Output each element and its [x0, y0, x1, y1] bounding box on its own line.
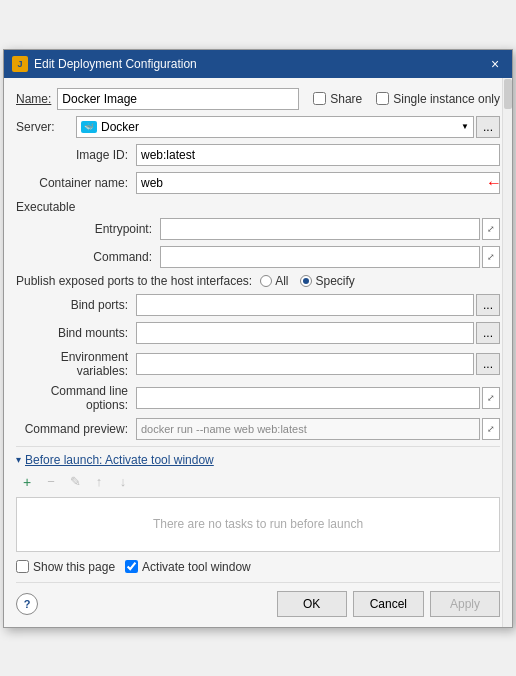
command-expand-button[interactable]: ⤢: [482, 246, 500, 268]
cmd-options-expand-button[interactable]: ⤢: [482, 387, 500, 409]
container-name-input[interactable]: [136, 172, 500, 194]
command-label: Command:: [40, 250, 160, 264]
share-group: Share: [313, 92, 362, 106]
server-label: Server:: [16, 120, 76, 134]
cmd-options-label: Command line options:: [16, 384, 136, 412]
title-bar-left: J Edit Deployment Configuration: [12, 56, 197, 72]
title-bar: J Edit Deployment Configuration ×: [4, 50, 512, 78]
entrypoint-expand-button[interactable]: ⤢: [482, 218, 500, 240]
tasks-list: There are no tasks to run before launch: [16, 497, 500, 552]
no-tasks-text: There are no tasks to run before launch: [153, 517, 363, 531]
before-launch-toolbar: + − ✎ ↑ ↓: [16, 471, 500, 493]
edit-task-button[interactable]: ✎: [64, 471, 86, 493]
before-launch-label: Before launch: Activate tool window: [25, 453, 214, 467]
add-task-button[interactable]: +: [16, 471, 38, 493]
action-buttons: OK Cancel Apply: [277, 591, 500, 617]
server-dropdown[interactable]: 🐳 Docker ▼: [76, 116, 474, 138]
action-row: ? OK Cancel Apply: [16, 582, 500, 617]
dialog-content: Name: Share Single instance only Server:…: [4, 78, 512, 627]
env-vars-label: Environment variables:: [16, 350, 136, 378]
divider: [16, 446, 500, 447]
dialog: J Edit Deployment Configuration × Name: …: [3, 49, 513, 628]
all-radio[interactable]: [260, 275, 272, 287]
bind-mounts-input[interactable]: [136, 322, 474, 344]
specify-radio[interactable]: [300, 275, 312, 287]
env-vars-row: Environment variables: ...: [16, 350, 500, 378]
entrypoint-row: Entrypoint: ⤢: [16, 218, 500, 240]
close-button[interactable]: ×: [486, 55, 504, 73]
bind-ports-input[interactable]: [136, 294, 474, 316]
image-id-label: Image ID:: [16, 148, 136, 162]
activate-window-label: Activate tool window: [142, 560, 251, 574]
before-launch-section: ▾ Before launch: Activate tool window + …: [16, 453, 500, 552]
env-vars-input[interactable]: [136, 353, 474, 375]
activate-window-checkbox[interactable]: [125, 560, 138, 573]
command-input[interactable]: [160, 246, 480, 268]
dialog-title: Edit Deployment Configuration: [34, 57, 197, 71]
move-down-button[interactable]: ↓: [112, 471, 134, 493]
apply-button[interactable]: Apply: [430, 591, 500, 617]
cmd-preview-label: Command preview:: [16, 422, 136, 436]
container-name-label: Container name:: [16, 176, 136, 190]
name-row: Name: Share Single instance only: [16, 88, 500, 110]
bind-mounts-ellipsis-button[interactable]: ...: [476, 322, 500, 344]
command-row: Command: ⤢: [16, 246, 500, 268]
specify-radio-item[interactable]: Specify: [300, 274, 354, 288]
cmd-options-input[interactable]: [136, 387, 480, 409]
ports-radio-group: All Specify: [260, 274, 355, 288]
all-radio-item[interactable]: All: [260, 274, 288, 288]
bottom-checkboxes: Show this page Activate tool window: [16, 560, 500, 574]
docker-icon: 🐳: [81, 121, 97, 133]
before-launch-header: ▾ Before launch: Activate tool window: [16, 453, 500, 467]
show-page-checkbox[interactable]: [16, 560, 29, 573]
bind-ports-row: Bind ports: ...: [16, 294, 500, 316]
container-name-row: Container name: ←: [16, 172, 500, 194]
bind-mounts-row: Bind mounts: ...: [16, 322, 500, 344]
server-value: Docker: [101, 120, 139, 134]
single-instance-checkbox[interactable]: [376, 92, 389, 105]
bind-ports-ellipsis-button[interactable]: ...: [476, 294, 500, 316]
bind-mounts-label: Bind mounts:: [16, 326, 136, 340]
executable-label: Executable: [16, 200, 500, 214]
cmd-preview-row: Command preview: ⤢: [16, 418, 500, 440]
scroll-thumb[interactable]: [504, 79, 512, 109]
cmd-preview-expand-button[interactable]: ⤢: [482, 418, 500, 440]
scrollbar[interactable]: [502, 78, 512, 627]
name-input[interactable]: [57, 88, 299, 110]
collapse-icon[interactable]: ▾: [16, 454, 21, 465]
env-vars-ellipsis-button[interactable]: ...: [476, 353, 500, 375]
all-radio-label: All: [275, 274, 288, 288]
move-up-button[interactable]: ↑: [88, 471, 110, 493]
share-checkbox[interactable]: [313, 92, 326, 105]
ports-row: Publish exposed ports to the host interf…: [16, 274, 500, 288]
bind-ports-label: Bind ports:: [16, 298, 136, 312]
help-button[interactable]: ?: [16, 593, 38, 615]
server-ellipsis-button[interactable]: ...: [476, 116, 500, 138]
specify-radio-label: Specify: [315, 274, 354, 288]
name-label: Name:: [16, 92, 51, 106]
ok-button[interactable]: OK: [277, 591, 347, 617]
image-id-row: Image ID:: [16, 144, 500, 166]
entrypoint-input[interactable]: [160, 218, 480, 240]
image-id-input[interactable]: [136, 144, 500, 166]
show-page-label: Show this page: [33, 560, 115, 574]
ports-label: Publish exposed ports to the host interf…: [16, 274, 252, 288]
dropdown-arrow-icon: ▼: [461, 122, 469, 131]
share-label: Share: [330, 92, 362, 106]
cancel-button[interactable]: Cancel: [353, 591, 424, 617]
single-instance-group: Single instance only: [376, 92, 500, 106]
server-row: Server: 🐳 Docker ▼ ...: [16, 116, 500, 138]
remove-task-button[interactable]: −: [40, 471, 62, 493]
single-instance-label: Single instance only: [393, 92, 500, 106]
cmd-options-row: Command line options: ⤢: [16, 384, 500, 412]
app-icon: J: [12, 56, 28, 72]
entrypoint-label: Entrypoint:: [40, 222, 160, 236]
cmd-preview-input: [136, 418, 480, 440]
